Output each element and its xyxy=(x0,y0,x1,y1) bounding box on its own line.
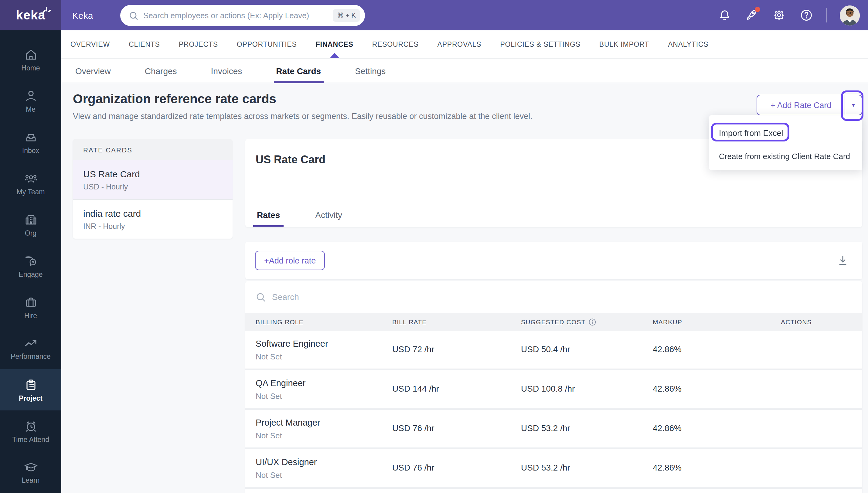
markup: 42.86% xyxy=(653,449,781,472)
suggested-cost: USD 100.8 /hr xyxy=(521,370,653,393)
settings-gear-icon[interactable] xyxy=(772,8,786,22)
col-billing-role: BILLING ROLE xyxy=(256,318,392,325)
tab-bulk-import[interactable]: BULK IMPORT xyxy=(599,30,649,58)
table-search-input[interactable] xyxy=(272,292,515,302)
tab-finances[interactable]: FINANCES xyxy=(316,30,353,58)
tab-overview[interactable]: OVERVIEW xyxy=(70,30,110,58)
search-icon xyxy=(256,292,266,302)
chat-icon xyxy=(24,254,38,267)
table-row[interactable]: Software EngineerNot Set USD 72 /hr USD … xyxy=(245,331,862,370)
billing-role: QA Engineer xyxy=(256,370,392,388)
rate-cards-list-panel: RATE CARDS US Rate Card USD - Hourly ind… xyxy=(73,139,233,239)
download-icon[interactable] xyxy=(837,254,849,266)
sidebar-item-me[interactable]: Me xyxy=(0,80,61,122)
building-icon xyxy=(24,213,37,226)
whats-new-rocket-icon[interactable] xyxy=(744,8,759,22)
col-markup: MARKUP xyxy=(653,318,781,325)
tab-approvals[interactable]: APPROVALS xyxy=(437,30,481,58)
suggested-cost: USD 53.2 /hr xyxy=(521,410,653,433)
table-row[interactable]: Project ManagerNot Set USD 76 /hr USD 53… xyxy=(245,410,862,449)
top-header-bar: keka Keka ⌘ + K xyxy=(0,0,868,30)
sidebar-item-time-attend[interactable]: Time Attend xyxy=(0,410,61,452)
global-search-input[interactable] xyxy=(143,11,333,20)
home-icon xyxy=(24,48,37,61)
team-icon xyxy=(23,172,38,185)
add-rate-card-split-button: + Add Rate Card ▼ xyxy=(757,95,862,115)
page-title: Organization reference rate cards xyxy=(73,92,533,106)
sidebar-item-performance[interactable]: Performance xyxy=(0,328,61,369)
markup: 42.86% xyxy=(653,370,781,393)
subtab-overview[interactable]: Overview xyxy=(73,59,113,83)
left-sidebar: Home Me Inbox My Team Org Engage Hire P xyxy=(0,30,61,493)
search-icon xyxy=(129,10,138,20)
suggested-cost: USD 53.2 /hr xyxy=(521,449,653,472)
sidebar-item-learn[interactable]: Learn xyxy=(0,452,61,493)
keka-logo-text: keka xyxy=(16,8,45,22)
role-status: Not Set xyxy=(256,471,392,480)
tab-opportunities[interactable]: OPPORTUNITIES xyxy=(237,30,297,58)
add-rate-card-caret-button[interactable]: ▼ xyxy=(845,95,862,115)
clipboard-icon xyxy=(24,378,37,391)
table-row[interactable]: UI/UX DesignerNot Set USD 76 /hr USD 53.… xyxy=(245,449,862,489)
table-search[interactable] xyxy=(245,281,862,313)
rate-card-item-india[interactable]: india rate card INR - Hourly xyxy=(73,200,233,239)
menu-item-create-from-existing[interactable]: Create from existing Client Rate Card xyxy=(709,146,862,166)
rate-card-detail: US Rate Card Rates Activity +Add role ra… xyxy=(245,139,862,493)
finances-subnav: Overview Charges Invoices Rate Cards Set… xyxy=(61,59,868,83)
briefcase-icon xyxy=(24,295,37,309)
tab-rates[interactable]: Rates xyxy=(256,210,281,227)
markup: 42.86% xyxy=(653,331,781,354)
add-rate-card-button[interactable]: + Add Rate Card xyxy=(757,95,845,115)
sidebar-item-hire[interactable]: Hire xyxy=(0,286,61,328)
bill-rate: USD 76 /hr xyxy=(392,410,521,433)
sidebar-item-org[interactable]: Org xyxy=(0,204,61,245)
page-header: Organization reference rate cards View a… xyxy=(73,92,533,121)
notifications-bell-icon[interactable] xyxy=(717,8,732,22)
role-status: Not Set xyxy=(256,352,392,361)
subtab-rate-cards[interactable]: Rate Cards xyxy=(274,59,323,83)
subtab-invoices[interactable]: Invoices xyxy=(209,59,245,83)
tab-activity[interactable]: Activity xyxy=(314,210,343,227)
header-divider xyxy=(826,8,827,22)
global-search[interactable]: ⌘ + K xyxy=(120,5,365,26)
app-window: keka Keka ⌘ + K xyxy=(0,0,868,493)
role-status: Not Set xyxy=(256,431,392,440)
alarm-icon xyxy=(24,419,37,433)
markup: 42.86% xyxy=(653,410,781,433)
logo-spark-icon xyxy=(42,5,51,14)
sidebar-item-project[interactable]: Project xyxy=(0,369,61,410)
suggested-cost: USD 50.4 /hr xyxy=(521,331,653,354)
rate-card-item-us[interactable]: US Rate Card USD - Hourly xyxy=(73,160,233,200)
table-row[interactable]: QA EngineerNot Set USD 144 /hr USD 100.8… xyxy=(245,370,862,410)
tab-resources[interactable]: RESOURCES xyxy=(372,30,419,58)
sidebar-item-home[interactable]: Home xyxy=(0,39,61,80)
product-name: Keka xyxy=(72,10,93,20)
chevron-down-icon: ▼ xyxy=(851,102,856,108)
menu-item-import-from-excel[interactable]: Import from Excel xyxy=(709,123,862,143)
active-tab-indicator xyxy=(330,53,340,58)
subtab-charges[interactable]: Charges xyxy=(143,59,179,83)
subtab-settings[interactable]: Settings xyxy=(352,59,388,83)
bill-rate: USD 76 /hr xyxy=(392,449,521,472)
person-icon xyxy=(24,89,37,102)
tab-clients[interactable]: CLIENTS xyxy=(129,30,160,58)
tab-projects[interactable]: PROJECTS xyxy=(179,30,218,58)
grad-cap-icon xyxy=(23,461,38,473)
billing-role: Software Engineer xyxy=(256,331,392,348)
shortcut-badge: ⌘ + K xyxy=(333,9,360,22)
sidebar-item-my-team[interactable]: My Team xyxy=(0,163,61,204)
billing-role: UI/UX Designer xyxy=(256,449,392,467)
tab-analytics[interactable]: ANALYTICS xyxy=(668,30,708,58)
info-icon[interactable] xyxy=(589,318,596,326)
detail-tabs: Rates Activity xyxy=(256,210,852,227)
help-icon[interactable] xyxy=(799,8,813,22)
page-subtitle: View and manage standardized rate templa… xyxy=(73,112,533,121)
add-role-rate-button[interactable]: +Add role rate xyxy=(255,251,325,270)
sidebar-item-engage[interactable]: Engage xyxy=(0,245,61,286)
tab-policies-settings[interactable]: POLICIES & SETTINGS xyxy=(500,30,580,58)
rates-table-card: BILLING ROLE BILL RATE SUGGESTED COST MA… xyxy=(245,281,862,493)
keka-logo[interactable]: keka xyxy=(0,0,61,30)
sidebar-item-inbox[interactable]: Inbox xyxy=(0,122,61,163)
trend-icon xyxy=(23,337,38,349)
avatar[interactable] xyxy=(840,5,860,25)
